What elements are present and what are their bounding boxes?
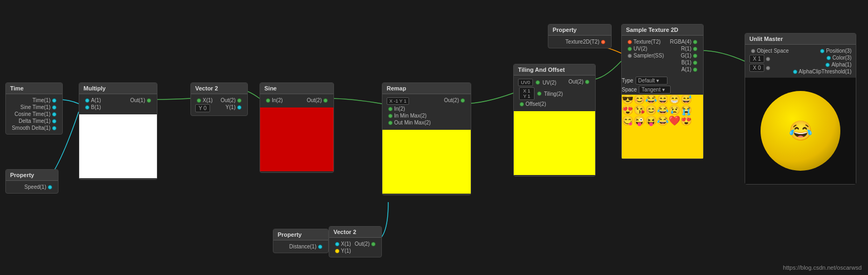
um-color-port[interactable]: Color(3) xyxy=(791,55,852,61)
tiling-offset-node: Tiling And Offset UV0 UV(2) X 1 Y 1 Tili… xyxy=(513,64,596,177)
st-r-port[interactable]: R(1) xyxy=(665,46,699,52)
property-texture-node: Property Texture2D(T2) xyxy=(548,24,612,48)
vector2-node-1-header: Vector 2 xyxy=(191,83,247,94)
v2-1-port-out[interactable]: Out(2) xyxy=(220,97,243,103)
time-port-smooth[interactable]: Smooth Delta(1) xyxy=(10,125,58,131)
multiply-port-out[interactable]: Out(1) xyxy=(119,97,153,103)
unlit-master-header: Unlit Master xyxy=(745,34,856,45)
v2-1-port-y-out[interactable]: Y(1) xyxy=(220,104,243,110)
st-uv-port[interactable]: UV(2) xyxy=(626,46,664,52)
remap-port-out[interactable]: Out(2) xyxy=(434,97,466,103)
st-b-port[interactable]: B(1) xyxy=(665,60,699,65)
um-x0-port[interactable]: X 0 xyxy=(749,64,790,72)
multiply-node: Multiply A(1) B(1) Out(1) xyxy=(79,82,157,180)
um-objspace-port[interactable]: Object Space xyxy=(749,48,790,54)
tiling-offset-port[interactable]: Offset(2) xyxy=(518,101,563,107)
remap-port-inminmax[interactable]: In Min Max(2) xyxy=(387,113,433,119)
sample-texture-header: Sample Texture 2D xyxy=(622,24,703,36)
multiply-port-a[interactable]: A(1) xyxy=(84,97,117,103)
st-g-port[interactable]: G(1) xyxy=(665,53,699,59)
tiling-out-port[interactable]: Out(2) xyxy=(564,79,591,85)
multiply-node-header: Multiply xyxy=(79,83,157,94)
multiply-port-b[interactable]: B(1) xyxy=(84,104,117,110)
vector2-bottom-node: Vector 2 X(1) Y(1) Out(2) xyxy=(329,226,382,257)
tiling-uv0-row[interactable]: UV0 UV(2) xyxy=(518,79,563,86)
remap-port-in[interactable]: In(2) xyxy=(387,106,433,112)
vector2-bottom-header: Vector 2 xyxy=(329,227,381,238)
time-port-sine[interactable]: Sine Time(1) xyxy=(10,104,58,110)
time-port-delta[interactable]: Delta Time(1) xyxy=(10,118,58,124)
unlit-master-node: Unlit Master Object Space X 1 X 0 Positi… xyxy=(745,33,856,185)
remap-port-outminmax[interactable]: Out Min Max(2) xyxy=(387,120,433,126)
st-a-port[interactable]: A(1) xyxy=(665,66,699,72)
v2b-x-port[interactable]: X(1) xyxy=(333,241,354,247)
sine-node-header: Sine xyxy=(260,83,333,94)
um-x1-port[interactable]: X 1 xyxy=(749,55,790,63)
tiling-offset-header: Tiling And Offset xyxy=(514,64,595,76)
sample-texture-node: Sample Texture 2D Texture(T2) UV(2) Samp… xyxy=(621,24,704,159)
tiling-xy-row[interactable]: X 1 Y 1 Tiling(2) xyxy=(519,87,563,100)
v2-1-port-x[interactable]: X(1) xyxy=(195,97,219,103)
st-rgba-port[interactable]: RGBA(4) xyxy=(665,39,699,45)
st-sampler-port[interactable]: Sampler(SS) xyxy=(626,53,664,59)
um-alpha-port[interactable]: Alpha(1) xyxy=(791,62,852,68)
property-distance-header: Property xyxy=(273,229,328,240)
distance-port[interactable]: Distance(1) xyxy=(278,244,324,249)
um-alphaclip-port[interactable]: AlphaClipThreshold(1) xyxy=(791,69,852,74)
v2b-y-port[interactable]: Y(1) xyxy=(333,248,354,254)
um-pos-port[interactable]: Position(3) xyxy=(791,48,852,54)
time-port-cosine[interactable]: Cosine Time(1) xyxy=(10,111,58,117)
st-texture-port[interactable]: Texture(T2) xyxy=(626,39,664,45)
remap-node-header: Remap xyxy=(382,83,471,94)
property-texture-port[interactable]: Texture2D(T2) xyxy=(553,39,607,45)
remap-node: Remap X -1 Y 1 In(2) In Min Max(2) Out M… xyxy=(382,82,471,195)
v2-1-port-y0[interactable]: Y 0 xyxy=(195,104,219,112)
property-texture-header: Property xyxy=(548,24,611,36)
time-node: Time Time(1) Sine Time(1) Cosine Time(1)… xyxy=(5,82,63,135)
property-speed-header: Property xyxy=(6,170,58,181)
vector2-node-1: Vector 2 X(1) Y 0 Out(2) Y(1) xyxy=(190,82,248,116)
property-speed-port[interactable]: Speed(1) xyxy=(10,184,54,190)
property-distance-node: Property Distance(1) xyxy=(273,229,329,253)
time-port-time[interactable]: Time(1) xyxy=(10,97,58,103)
sine-node: Sine In(2) Out(2) xyxy=(260,82,334,173)
url-label: https://blog.csdn.net/oscarwsd xyxy=(783,264,862,271)
sine-port-out[interactable]: Out(2) xyxy=(297,97,329,103)
v2b-out-port[interactable]: Out(2) xyxy=(355,241,377,247)
sine-port-in[interactable]: In(2) xyxy=(264,97,296,103)
time-node-header: Time xyxy=(6,83,62,94)
property-speed-node: Property Speed(1) xyxy=(5,169,59,194)
